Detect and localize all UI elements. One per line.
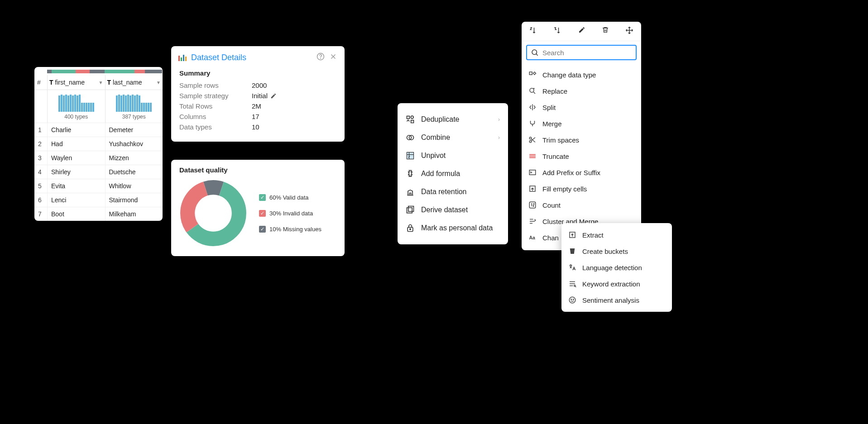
summary-label: Data types	[179, 123, 252, 131]
tool-trim[interactable]: Trim spaces	[522, 132, 641, 148]
tool-label: Chan	[542, 234, 559, 242]
trim-icon	[528, 135, 537, 144]
table-row[interactable]: 1CharlieDemeter	[34, 123, 163, 137]
tool-fill[interactable]: Fill empty cells	[522, 181, 641, 197]
submenu-label: Extract	[582, 231, 604, 239]
legend-swatch: ✓	[259, 226, 266, 233]
tool-type[interactable]: Change data type	[522, 67, 641, 83]
tool-merge[interactable]: Merge	[522, 115, 641, 132]
svg-point-6	[411, 116, 413, 119]
row-index: 4	[34, 165, 47, 179]
action-dedup[interactable]: Deduplicate›	[398, 110, 508, 129]
table-row[interactable]: 3WaylenMizzen	[34, 151, 163, 165]
unpivot-icon	[406, 151, 415, 160]
tool-count[interactable]: Count	[522, 197, 641, 213]
svg-rect-15	[529, 72, 532, 75]
dedup-icon	[406, 115, 415, 124]
summary-heading: Summary	[179, 69, 336, 77]
tool-truncate[interactable]: Truncate	[522, 148, 641, 164]
svg-rect-11	[408, 206, 414, 212]
edit-icon[interactable]	[578, 26, 585, 36]
edit-icon[interactable]	[270, 93, 277, 99]
table-row[interactable]: 4ShirleyDuetsche	[34, 165, 163, 179]
row-index: 6	[34, 193, 47, 207]
search-box[interactable]	[526, 45, 637, 60]
tool-prefix[interactable]: Add Prefix or Suffix	[522, 164, 641, 181]
action-derive[interactable]: Derive dataset	[398, 201, 508, 219]
close-icon[interactable]	[329, 52, 337, 63]
help-icon[interactable]	[317, 52, 325, 63]
svg-rect-10	[407, 208, 412, 213]
dropdown-icon[interactable]: ▼	[156, 80, 161, 85]
histogram-row: 400 types 387 types	[34, 90, 163, 123]
svg-rect-22	[529, 202, 536, 208]
legend-item: ✓30% Invalid data	[259, 210, 321, 217]
tool-label: Merge	[542, 120, 562, 128]
table-row[interactable]: 7BootMilkeham	[34, 207, 163, 221]
table-row[interactable]: 5EvitaWhitlow	[34, 179, 163, 193]
panel-title: Dataset Details	[191, 53, 246, 62]
action-label: Data retention	[421, 188, 467, 196]
dataset-quality-panel: Dataset quality ✓60% Valid data✓30% Inva…	[171, 160, 345, 256]
tool-label: Split	[542, 104, 556, 111]
submenu-label: Create buckets	[582, 248, 628, 255]
cell-last-name: Yushachkov	[105, 137, 163, 151]
column-header-first-name[interactable]: T first_name ▼	[47, 75, 105, 90]
sort-za-icon[interactable]	[554, 26, 562, 36]
cell-first-name: Shirley	[47, 165, 105, 179]
summary-value: 10	[252, 123, 259, 131]
column-quality-strip-1	[47, 70, 105, 73]
submenu-extract[interactable]: Extract	[561, 227, 672, 243]
table-row[interactable]: 6LenciStairmond	[34, 193, 163, 207]
summary-value: Initial	[252, 92, 277, 100]
legend-swatch: ✓	[259, 210, 266, 217]
dropdown-icon[interactable]: ▼	[99, 80, 103, 85]
svg-rect-19	[529, 154, 536, 158]
column-name: last_name	[113, 79, 142, 86]
dataset-actions-menu: Deduplicate›Combine›UnpivotAdd formulaDa…	[398, 103, 508, 244]
keyword-icon	[568, 279, 577, 288]
text-type-icon: T	[49, 79, 53, 86]
action-combine[interactable]: Combine›	[398, 129, 508, 147]
move-icon[interactable]	[625, 26, 633, 36]
histogram-types-count: 387 types	[109, 114, 159, 120]
submenu-lang[interactable]: Language detection	[561, 259, 672, 276]
tool-replace[interactable]: Replace	[522, 83, 641, 99]
submenu-keyword[interactable]: Keyword extraction	[561, 276, 672, 292]
summary-value: 17	[252, 113, 259, 120]
action-formula[interactable]: Add formula	[398, 165, 508, 183]
action-unpivot[interactable]: Unpivot	[398, 147, 508, 165]
chevron-right-icon: ›	[498, 134, 500, 141]
action-retention[interactable]: Data retention	[398, 183, 508, 201]
lang-icon	[568, 263, 577, 272]
tool-split[interactable]: Split	[522, 99, 641, 115]
tool-label: Trim spaces	[542, 136, 579, 144]
tool-label: Add Prefix or Suffix	[542, 169, 600, 176]
row-index: 3	[34, 151, 47, 165]
replace-icon	[528, 86, 537, 95]
table-row[interactable]: 2HadYushachkov	[34, 137, 163, 151]
sort-az-icon[interactable]	[529, 26, 537, 36]
quality-heading: Dataset quality	[179, 166, 336, 174]
search-input[interactable]	[542, 49, 632, 57]
quality-donut-chart	[179, 179, 247, 247]
bucket-icon	[568, 247, 577, 256]
chevron-right-icon: ›	[498, 116, 500, 123]
summary-row: Total Rows2M	[179, 102, 336, 110]
transform-tools-panel: Change data typeReplaceSplitMergeTrim sp…	[522, 22, 641, 250]
delete-icon[interactable]	[602, 26, 609, 36]
submenu-bucket[interactable]: Create buckets	[561, 243, 672, 259]
summary-row: Columns17	[179, 113, 336, 120]
type-icon	[528, 70, 537, 79]
tool-label: Replace	[542, 87, 567, 95]
index-header: #	[34, 75, 47, 90]
submenu-sentiment[interactable]: Sentiment analysis	[561, 292, 672, 308]
action-personal[interactable]: Mark as personal data	[398, 219, 508, 237]
action-label: Deduplicate	[421, 115, 460, 124]
prefix-icon	[528, 168, 537, 177]
tool-label: Truncate	[542, 152, 569, 160]
cell-last-name: Duetsche	[105, 165, 163, 179]
column-header-last-name[interactable]: T last_name ▼	[105, 75, 163, 90]
svg-point-28	[573, 299, 574, 300]
summary-row: Data types10	[179, 123, 336, 131]
